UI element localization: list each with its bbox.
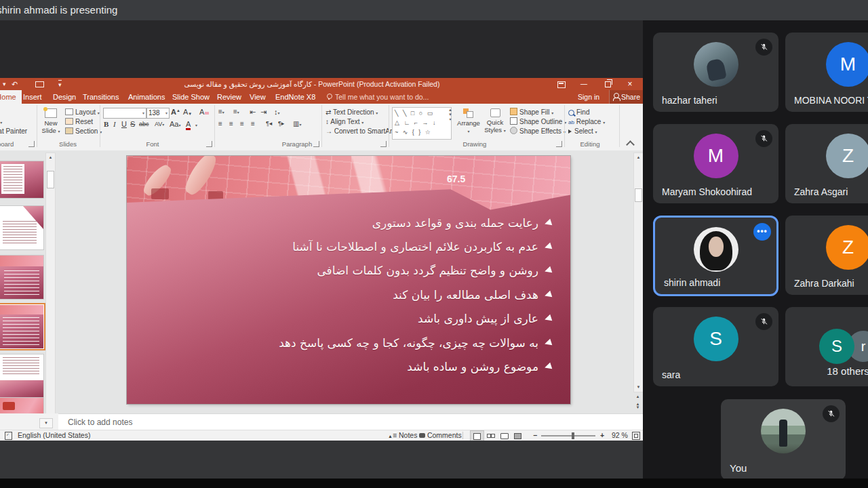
paragraph2-dialog-launcher[interactable] — [380, 141, 387, 147]
align-right-icon[interactable]: ≡ — [240, 120, 244, 127]
customize-qat-icon[interactable]: ▾ — [58, 80, 62, 88]
restore-button[interactable] — [598, 78, 616, 90]
overflow-tile[interactable]: S r 18 others — [785, 307, 868, 386]
clipboard-dialog-launcher[interactable] — [28, 141, 35, 147]
participant-tile[interactable]: M MOBINA NOORI T — [785, 33, 868, 112]
copy-button[interactable]: Copy ▾ — [0, 117, 2, 127]
layout-button[interactable]: Layout ▾ — [65, 108, 100, 118]
tab-slide-show[interactable]: Slide Show — [171, 90, 211, 104]
format-painter-button[interactable]: Format Painter — [0, 127, 27, 136]
increase-indent-icon[interactable]: ⇥ — [260, 108, 267, 117]
qat-dropdown-icon[interactable]: ▾ — [3, 78, 6, 90]
undo-icon[interactable]: ↶ — [12, 78, 18, 90]
tab-review[interactable]: Review — [216, 90, 243, 104]
slide-thumbnail[interactable] — [0, 398, 43, 413]
find-button[interactable]: Find — [568, 108, 589, 117]
font-color-caret[interactable]: ▾ — [195, 120, 197, 128]
minimize-button[interactable]: — — [575, 78, 593, 90]
notes-toggle[interactable]: ▲≡ Notes — [388, 430, 417, 441]
font-name-combo[interactable]: ▾ — [103, 108, 146, 119]
shape-outline-button[interactable]: Shape Outline ▾ — [510, 117, 566, 127]
slide-scrollbar[interactable]: ▲ ▼ — [633, 152, 643, 392]
tab-home[interactable]: Home — [0, 90, 22, 104]
columns-icon[interactable]: ▥▾ — [293, 120, 301, 127]
character-spacing-button[interactable]: AV▾ — [155, 121, 164, 127]
slide-canvas[interactable]: 67.5 رعایت جمله بندی و قواعد دستوری عدم … — [127, 156, 570, 404]
more-options-icon[interactable]: ••• — [753, 223, 771, 241]
thumbnails-scrollbar[interactable]: ▲ ▼ — [45, 152, 56, 413]
scrollbar-thumb[interactable] — [635, 188, 642, 202]
close-button[interactable]: × — [621, 78, 639, 90]
font-dialog-launcher[interactable] — [206, 141, 212, 147]
tellme-box[interactable]: Tell me what you want to do... — [335, 90, 429, 104]
participant-tile-presenter[interactable]: ••• shirin ahmadi — [653, 216, 778, 296]
clear-formatting-icon[interactable]: A — [199, 108, 209, 116]
slideshow-view-button[interactable] — [511, 431, 524, 441]
slide-thumbnail[interactable] — [0, 256, 43, 299]
tab-endnote[interactable]: EndNote X8 — [274, 90, 317, 104]
zoom-slider-track[interactable] — [541, 435, 595, 436]
increase-font-icon[interactable]: A▲ — [171, 108, 180, 116]
participant-tile[interactable]: Z Zahra Asgari — [785, 124, 868, 203]
participant-tile[interactable]: M Maryam Shokoohirad — [653, 124, 778, 203]
rtl-direction-icon[interactable]: ¶▸ — [278, 120, 284, 127]
self-tile[interactable]: You — [721, 399, 846, 479]
tab-insert[interactable]: Insert — [22, 90, 43, 104]
tab-animations[interactable]: Animations — [127, 90, 166, 104]
font-size-combo[interactable]: 138▾ — [146, 108, 170, 119]
scroll-up-icon[interactable]: ▲ — [634, 154, 643, 161]
shape-fill-button[interactable]: Shape Fill ▾ — [510, 108, 553, 118]
shape-effects-button[interactable]: Shape Effects ▾ — [510, 127, 566, 137]
participant-tile[interactable]: Z Zahra Darkahi — [785, 216, 868, 295]
collapse-ribbon-icon[interactable] — [626, 140, 635, 149]
spell-check-icon[interactable] — [5, 432, 12, 440]
zoom-in-button[interactable]: + — [600, 430, 604, 441]
scrollbar-thumb[interactable] — [47, 171, 54, 188]
reset-button[interactable]: Reset — [65, 117, 93, 126]
arrange-button[interactable]: Arrange ▾ — [456, 108, 481, 136]
scroll-up-icon[interactable]: ▲ — [46, 154, 55, 161]
zoom-slider-thumb[interactable] — [572, 432, 574, 439]
numbering-icon[interactable]: ≡▾ — [233, 108, 239, 115]
language-status[interactable]: English (United States) — [18, 430, 90, 441]
bullets-icon[interactable]: ≡▾ — [218, 108, 224, 115]
sign-in-link[interactable]: Sign in — [578, 90, 599, 104]
quick-styles-button[interactable]: Quick Styles ▾ — [483, 108, 507, 135]
decrease-indent-icon[interactable]: ⇤ — [250, 108, 256, 117]
align-left-icon[interactable]: ≡ — [218, 120, 222, 127]
underline-button[interactable]: U — [121, 120, 127, 128]
slide-thumbnail[interactable] — [0, 161, 43, 198]
next-slide-button[interactable]: ▼▼ — [633, 404, 642, 413]
align-text-button[interactable]: ↕ Align Text ▾ — [326, 117, 363, 127]
slide-thumbnail[interactable] — [0, 206, 43, 249]
justify-icon[interactable]: ≡ — [251, 120, 255, 127]
change-case-button[interactable]: Aa▾ — [170, 120, 180, 128]
shapes-scroll[interactable]: ▲▼▾ — [448, 108, 453, 122]
line-spacing-icon[interactable]: ↕▾ — [274, 108, 280, 116]
tab-transitions[interactable]: Transitions — [81, 90, 120, 104]
new-slide-button[interactable]: New Slide ▾ — [39, 108, 62, 136]
align-center-icon[interactable]: ≡ — [229, 120, 233, 127]
participant-tile[interactable]: S sara — [653, 307, 778, 386]
notes-splitter-button[interactable]: ▼ — [39, 418, 53, 428]
convert-smartart-button[interactable]: → Convert to SmartArt ▾ — [326, 127, 398, 137]
notes-pane[interactable]: Click to add notes — [58, 413, 643, 430]
tab-design[interactable]: Design — [52, 90, 77, 104]
font-color-button[interactable]: A — [186, 120, 191, 130]
ribbon-display-options-button[interactable] — [552, 78, 570, 90]
slide-thumbnail-selected[interactable] — [0, 305, 43, 348]
strikethrough-button[interactable]: S — [130, 120, 135, 128]
share-button[interactable]: Share — [609, 90, 643, 104]
slide-thumbnail[interactable] — [0, 354, 43, 398]
text-direction-button[interactable]: ⇄ Text Direction ▾ — [326, 108, 378, 118]
zoom-out-button[interactable]: − — [533, 430, 537, 441]
scroll-down-icon[interactable]: ▼ — [634, 384, 643, 391]
tab-view[interactable]: View — [248, 90, 267, 104]
normal-view-button[interactable] — [471, 431, 484, 441]
bold-button[interactable]: B — [104, 120, 108, 128]
slideshow-icon[interactable] — [35, 81, 44, 87]
italic-button[interactable]: I — [113, 120, 116, 128]
decrease-font-icon[interactable]: A▼ — [183, 108, 192, 116]
paragraph-dialog-launcher[interactable] — [313, 141, 319, 147]
section-button[interactable]: Section ▾ — [65, 127, 102, 137]
